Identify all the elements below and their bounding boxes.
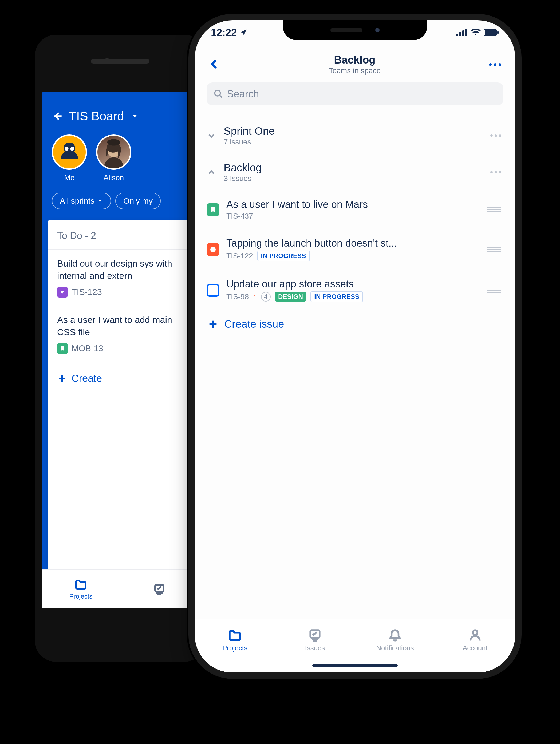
- board-title-row[interactable]: TIS Board: [52, 109, 188, 123]
- chip-all-sprints[interactable]: All sprints: [52, 193, 111, 209]
- tab-issues[interactable]: Issues: [275, 619, 355, 662]
- backlog-issue[interactable]: As a user I want to live on Mars TIS-437: [195, 190, 515, 229]
- person-photo-icon: [98, 135, 130, 170]
- epic-type-icon: [57, 287, 68, 298]
- search-icon: [214, 89, 223, 99]
- android-phone-frame: TIS Board Me: [35, 35, 206, 662]
- nav-bar: Backlog Teams in space: [195, 47, 515, 81]
- android-screen: TIS Board Me: [42, 92, 198, 608]
- epic-lozenge: DESIGN: [275, 292, 306, 302]
- nav-title-group: Backlog Teams in space: [329, 54, 381, 75]
- avatar-me-label: Me: [64, 174, 75, 182]
- create-button[interactable]: Create: [47, 362, 198, 395]
- battery-icon: [484, 29, 499, 36]
- backlog-issue[interactable]: Tapping the launch button doesn't st... …: [195, 229, 515, 270]
- home-indicator[interactable]: [312, 664, 398, 667]
- tab-label: Account: [462, 644, 488, 652]
- drag-handle-icon[interactable]: [487, 288, 501, 293]
- status-lozenge: IN PROGRESS: [310, 291, 363, 302]
- plus-icon: [57, 374, 67, 383]
- issue-meta: TIS-123: [57, 287, 189, 298]
- section-more-button[interactable]: [490, 135, 501, 137]
- story-type-icon: [57, 343, 68, 354]
- issues-icon: [153, 583, 166, 596]
- avatar-alison-image: [96, 135, 131, 170]
- chip-only-my-label: Only my: [123, 196, 153, 206]
- search-input[interactable]: Search: [207, 82, 503, 105]
- column-title: To Do - 2: [47, 220, 198, 249]
- filter-chip-row: All sprints Only my: [52, 193, 188, 209]
- person-icon: [468, 628, 482, 642]
- issue-key: TIS-98: [226, 293, 249, 301]
- issue-title: Build out our design sys with internal a…: [57, 258, 189, 282]
- estimate-badge: 4: [261, 292, 271, 302]
- android-speaker-grille: [91, 59, 149, 64]
- back-button[interactable]: [209, 58, 221, 71]
- avatar-alison[interactable]: Alison: [96, 135, 131, 182]
- section-title: Backlog: [224, 162, 490, 174]
- drag-handle-icon[interactable]: [487, 207, 501, 212]
- section-backlog[interactable]: Backlog 3 Issues: [195, 154, 515, 190]
- tab-issues[interactable]: [120, 570, 198, 608]
- chip-only-my[interactable]: Only my: [115, 193, 161, 209]
- tab-label: Notifications: [376, 644, 414, 652]
- tab-projects[interactable]: Projects: [42, 570, 120, 608]
- svg-point-16: [473, 630, 477, 635]
- search-placeholder: Search: [227, 88, 259, 100]
- create-label: Create: [72, 373, 102, 384]
- tab-notifications[interactable]: Notifications: [355, 619, 435, 662]
- more-button[interactable]: [489, 63, 501, 66]
- tab-label: Projects: [69, 593, 92, 600]
- tab-label: Issues: [305, 644, 325, 652]
- dropdown-triangle-icon[interactable]: [131, 112, 139, 120]
- avatar-me[interactable]: Me: [52, 135, 87, 182]
- section-count: 7 issues: [224, 138, 490, 146]
- nav-title: Backlog: [329, 54, 381, 66]
- svg-rect-8: [459, 32, 461, 36]
- section-count: 3 Issues: [224, 174, 490, 183]
- wifi-icon: [470, 29, 481, 37]
- tab-label: Projects: [222, 644, 248, 652]
- folder-icon: [74, 578, 87, 591]
- bug-type-icon: [207, 243, 219, 256]
- svg-rect-12: [485, 30, 496, 35]
- issue-key: TIS-123: [72, 287, 102, 297]
- back-arrow-icon[interactable]: [52, 110, 64, 122]
- plus-icon: [208, 319, 218, 330]
- android-tab-bar: Projects: [42, 569, 198, 608]
- column-card: To Do - 2 Build out our design sys with …: [47, 220, 198, 608]
- person-avatar-icon: [58, 140, 81, 164]
- backlog-issue[interactable]: Update our app store assets TIS-98 ↑ 4 D…: [195, 270, 515, 311]
- status-bar: 12:22: [195, 25, 515, 40]
- chevron-down-icon: [97, 198, 103, 204]
- folder-icon: [228, 628, 242, 642]
- avatar-alison-label: Alison: [104, 174, 124, 182]
- cellular-signal-icon: [456, 29, 468, 36]
- nav-subtitle: Teams in space: [329, 67, 381, 75]
- svg-point-14: [215, 90, 221, 96]
- svg-rect-13: [497, 31, 498, 34]
- chevron-down-icon: [207, 131, 216, 141]
- issue-key: MOB-13: [72, 343, 103, 353]
- avatar-row: Me Alison: [52, 135, 188, 182]
- tab-projects[interactable]: Projects: [195, 619, 275, 662]
- section-list: Sprint One 7 issues Backlog 3 Issues As …: [195, 118, 515, 338]
- issue-card[interactable]: Build out our design sys with internal a…: [47, 249, 198, 305]
- issue-key: TIS-122: [226, 252, 253, 260]
- section-sprint-one[interactable]: Sprint One 7 issues: [207, 118, 503, 154]
- issue-card[interactable]: As a user I want to add main CSS file MO…: [47, 305, 198, 362]
- issue-title: Tapping the launch button doesn't st...: [226, 237, 480, 249]
- issue-key: TIS-437: [226, 212, 253, 220]
- iphone-screen: Backlog Teams in space Search Sprint One…: [195, 47, 515, 672]
- task-type-icon: [207, 284, 219, 297]
- tab-account[interactable]: Account: [435, 619, 515, 662]
- drag-handle-icon[interactable]: [487, 247, 501, 252]
- create-issue-label: Create issue: [224, 318, 284, 330]
- section-more-button[interactable]: [490, 171, 501, 174]
- priority-up-icon: ↑: [253, 293, 257, 301]
- create-issue-button[interactable]: Create issue: [195, 311, 515, 338]
- svg-rect-7: [456, 34, 458, 36]
- issue-title: As a user I want to live on Mars: [226, 199, 480, 210]
- status-time: 12:22: [211, 27, 237, 38]
- svg-rect-9: [462, 30, 464, 36]
